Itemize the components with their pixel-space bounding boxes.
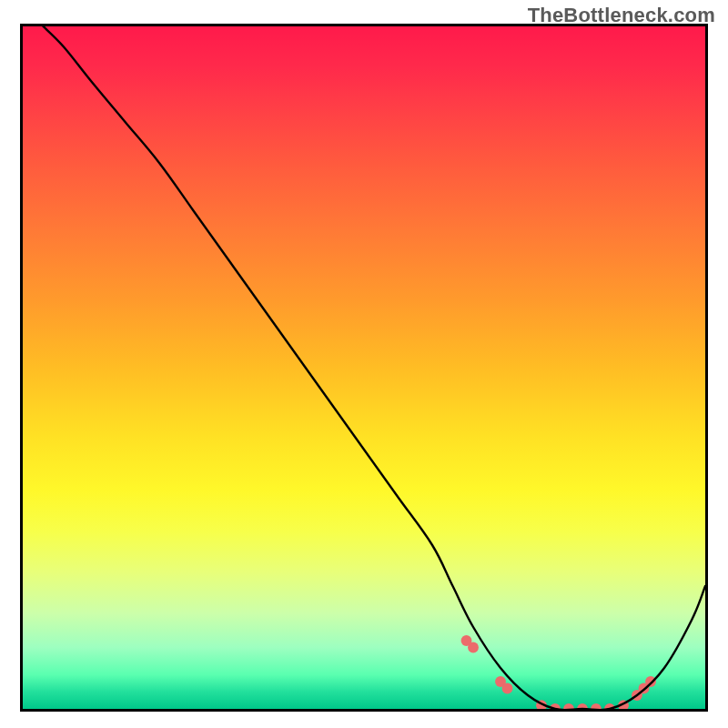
gradient-background	[23, 26, 705, 709]
chart-frame: TheBottleneck.com	[0, 0, 728, 728]
data-marker	[468, 642, 479, 653]
bottleneck-chart	[23, 26, 705, 709]
data-marker	[645, 676, 656, 687]
data-marker	[502, 683, 513, 694]
plot-area	[20, 24, 708, 712]
